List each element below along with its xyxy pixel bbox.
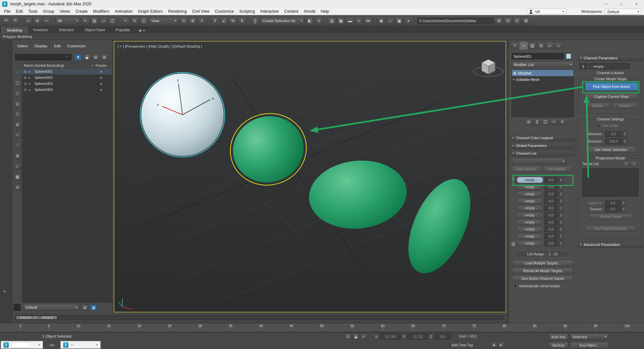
modifier-stack-item-editable-mesh[interactable]: ▸ Editable Mesh bbox=[512, 76, 574, 83]
expand-panel-icon[interactable]: ▸ bbox=[4, 289, 6, 293]
visibility-eye-icon[interactable]: ⊙ bbox=[24, 76, 29, 80]
menu-item[interactable]: Animation bbox=[112, 9, 135, 14]
channel-button[interactable]: - empty - bbox=[517, 240, 543, 246]
filter-funnel-icon[interactable]: ▼ bbox=[75, 54, 82, 60]
delete-button[interactable]: Delete bbox=[585, 103, 610, 109]
menu-item[interactable]: Views bbox=[57, 9, 73, 14]
channel-button[interactable]: - empty - bbox=[517, 205, 543, 211]
ribbon-tab[interactable]: Selection bbox=[53, 27, 79, 33]
time-slider-handle[interactable]: ◀ 0 / 100 ▶ bbox=[16, 316, 57, 319]
frozen-icon[interactable]: ∗ bbox=[100, 88, 102, 92]
set-key-button[interactable]: Set Key bbox=[549, 342, 568, 348]
taskbar-app-chip[interactable]: 3 × bbox=[1, 341, 43, 349]
percent-snap-icon[interactable]: % bbox=[229, 17, 237, 25]
channel-active-checkbox[interactable]: ✓ bbox=[591, 71, 595, 75]
show-end-result-icon[interactable]: ∥ bbox=[533, 118, 541, 125]
scene-object-row[interactable]: ⊙ ● Sphere001 ∗ bbox=[22, 68, 112, 74]
frozen-column-header[interactable]: Frozen bbox=[96, 63, 107, 67]
visibility-eye-icon[interactable]: ⊙ bbox=[24, 70, 29, 73]
transform-gizmo[interactable]: z x y bbox=[146, 76, 223, 140]
menu-item[interactable]: Customize bbox=[212, 9, 237, 14]
filter-particles-icon[interactable]: ∴ bbox=[14, 142, 21, 149]
filter-none-icon[interactable]: ⊘ bbox=[14, 184, 21, 191]
lock-explorer-icon[interactable] bbox=[84, 54, 90, 60]
object-name-field[interactable]: Sphere001 bbox=[512, 53, 564, 59]
spinner[interactable]: ▴▾ bbox=[559, 212, 563, 218]
rendered-frame-icon[interactable]: ▣ bbox=[395, 17, 404, 25]
filter-helpers-icon[interactable]: ⊕ bbox=[14, 121, 21, 128]
select-and-manipulate-icon[interactable]: ⊛ bbox=[189, 17, 197, 25]
save-marker-button[interactable]: Save Marker bbox=[512, 166, 541, 172]
spinner[interactable]: ▴▾ bbox=[559, 219, 563, 225]
redo-icon[interactable]: ↷ bbox=[11, 17, 19, 25]
mirror-icon[interactable]: ◧ bbox=[306, 17, 314, 25]
menu-item[interactable]: Create bbox=[73, 9, 90, 14]
menu-item[interactable]: Modifiers bbox=[90, 9, 112, 14]
filter-geometry-icon[interactable]: ▢ bbox=[14, 80, 21, 87]
next-frame-icon[interactable]: ▶ bbox=[54, 316, 56, 319]
channel-scroll-down-icon[interactable]: ∨ bbox=[511, 241, 516, 247]
load-multiple-targets-button[interactable]: Load Multiple Targets... bbox=[512, 260, 573, 266]
scene-object-row[interactable]: ⊙ ● Sphere004 ∗ bbox=[22, 87, 112, 93]
morph-channel-row[interactable]: - empty - 0,0 ▴▾ bbox=[517, 197, 574, 204]
maximize-button[interactable]: □ bbox=[614, 0, 629, 8]
channel-value-field[interactable]: 0,0 bbox=[544, 212, 558, 218]
channel-button[interactable]: - empty - bbox=[517, 198, 543, 204]
bind-to-space-warp-icon[interactable]: ≈ bbox=[42, 17, 51, 25]
make-unique-icon[interactable]: ◫ bbox=[542, 118, 549, 125]
polygon-modeling-strip[interactable]: Polygon Modeling bbox=[0, 33, 644, 40]
channel-value-field[interactable]: 0,0 bbox=[544, 226, 558, 232]
scene-explorer-toggle-icon[interactable]: ▥ bbox=[328, 17, 336, 25]
scene-object-row[interactable]: ⊙ ● Sphere003 ∗ bbox=[22, 81, 112, 87]
select-object-icon[interactable]: ↖ bbox=[81, 17, 90, 25]
frozen-icon[interactable]: ∗ bbox=[100, 70, 102, 73]
spinner[interactable]: ▴▾ bbox=[623, 131, 627, 137]
channel-value-field[interactable]: 0,0 bbox=[544, 219, 558, 225]
footer-list-icon[interactable]: ▤ bbox=[82, 304, 88, 311]
undo-icon[interactable]: ↶ bbox=[2, 17, 10, 25]
menu-item[interactable]: Arnold bbox=[301, 9, 318, 14]
key-filters-button[interactable]: Key Filters... bbox=[570, 342, 608, 348]
unlink-selection-icon[interactable]: ⊘ bbox=[33, 17, 42, 25]
project-folder-icon[interactable]: ⊞ bbox=[495, 17, 503, 25]
menu-item[interactable]: Scripting bbox=[236, 9, 258, 14]
select-and-scale-icon[interactable]: ◱ bbox=[140, 17, 148, 25]
choose-columns-icon[interactable]: ▥ bbox=[101, 54, 108, 60]
hierarchy-tab-icon[interactable]: ▤ bbox=[528, 42, 536, 49]
explorer-search-input[interactable] bbox=[15, 54, 71, 60]
channel-value-field[interactable]: 0,0 bbox=[544, 205, 558, 211]
user-account-dropdown[interactable]: VR ▾ bbox=[527, 9, 566, 14]
menu-item[interactable]: Group bbox=[40, 9, 57, 14]
layer-default-dropdown[interactable]: Default ▾ bbox=[23, 304, 79, 311]
auto-key-button[interactable]: Auto Key bbox=[549, 334, 568, 340]
rollout-channel-parameters[interactable]: ▾ Channel Parameters bbox=[578, 55, 643, 61]
menu-item[interactable]: Graph Editors bbox=[135, 9, 165, 14]
menu-item[interactable]: Tools bbox=[25, 9, 40, 14]
morph-channel-row[interactable]: - empty - 0,0 ▴▾ bbox=[517, 183, 574, 190]
spinner[interactable]: ▴▾ bbox=[622, 200, 626, 206]
menu-item[interactable]: Interactive bbox=[258, 9, 281, 14]
rollout-advanced-parameters[interactable]: ▸ Advanced Parameters bbox=[578, 241, 643, 248]
open-file-icon[interactable]: ⊟ bbox=[504, 17, 512, 25]
keyboard-override-icon[interactable]: # bbox=[198, 17, 206, 25]
curve-editor-icon[interactable]: ∿ bbox=[355, 17, 363, 25]
ribbon-config-icon[interactable]: ◉ bbox=[139, 29, 142, 32]
no-target-to-reload-button[interactable]: No Target to Reload bbox=[586, 226, 636, 232]
auto-reload-checkbox[interactable] bbox=[514, 284, 517, 288]
next-key-icon[interactable]: ▶ bbox=[498, 342, 504, 348]
target-percent-field[interactable]: 0,0 bbox=[605, 200, 621, 206]
ribbon-tab[interactable]: Object Paint bbox=[79, 27, 110, 33]
modifier-stack-item-morpher[interactable]: ◍ Morpher bbox=[512, 70, 574, 76]
channel-value-field[interactable]: 0,0 bbox=[544, 184, 558, 190]
select-by-name-icon[interactable]: ▤ bbox=[90, 17, 99, 25]
taskbar-app-chip[interactable]: 3 □ × bbox=[60, 341, 101, 349]
rollout-global-parameters[interactable]: ▸ Global Parameters bbox=[510, 142, 575, 149]
create-tab-icon[interactable]: + bbox=[511, 42, 519, 49]
previous-key-icon[interactable]: ◀ bbox=[490, 342, 497, 348]
explorer-column-header[interactable]: Name (Sorted Ascending) ▲ Frozen bbox=[22, 62, 112, 68]
filter-frozen-icon[interactable]: ◐ bbox=[14, 163, 21, 170]
display-tab-icon[interactable]: ▭ bbox=[546, 42, 554, 49]
filter-hidden-icon[interactable]: ▦ bbox=[14, 173, 21, 180]
channel-button[interactable]: - empty - bbox=[517, 177, 543, 183]
channel-button[interactable]: - empty - bbox=[517, 233, 543, 239]
